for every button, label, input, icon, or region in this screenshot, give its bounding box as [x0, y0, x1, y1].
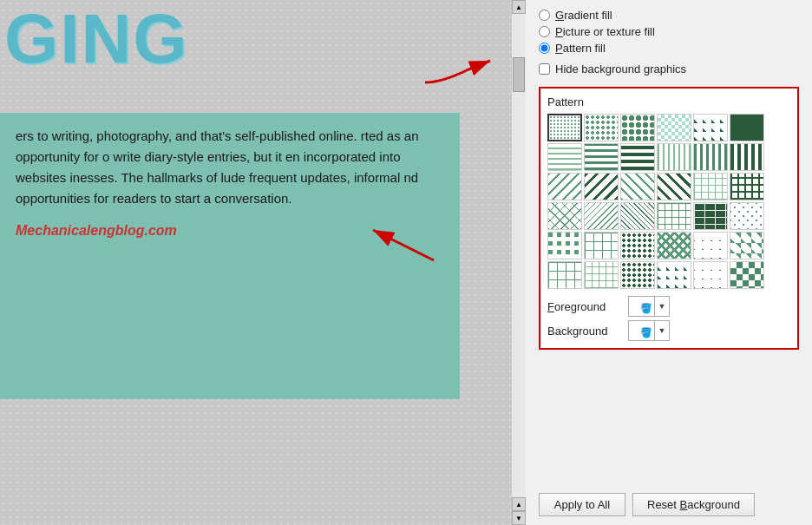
pattern-cell[interactable] [584, 232, 619, 259]
pattern-cell[interactable] [584, 261, 619, 289]
fill-type-radio-group: Gradient fill Picture or texture fill Pa… [539, 9, 799, 55]
picture-texture-label: Picture or texture fill [555, 25, 655, 38]
slide-title: GING [0, 0, 188, 74]
pattern-cell[interactable] [547, 261, 582, 289]
background-color-button[interactable]: 🪣 ▼ [628, 320, 670, 341]
scroll-thumb[interactable] [513, 57, 525, 92]
pattern-cell[interactable] [547, 202, 582, 230]
gradient-fill-option[interactable]: Gradient fill [539, 9, 799, 22]
pattern-fill-radio[interactable] [539, 43, 550, 54]
scroll-up-button[interactable]: ▲ [512, 0, 526, 14]
pattern-cell[interactable] [584, 202, 619, 230]
pattern-cell[interactable] [620, 261, 655, 289]
pattern-fill-option[interactable]: Pattern fill [539, 42, 799, 55]
slide-content-box: ers to writing, photography, and that's … [0, 113, 460, 399]
pattern-cell[interactable] [693, 173, 728, 200]
pattern-cell[interactable] [730, 114, 764, 141]
foreground-paint-icon: 🪣 [640, 303, 652, 314]
pattern-cell[interactable] [657, 232, 691, 259]
pattern-cell[interactable] [657, 202, 691, 230]
foreground-dropdown-arrow[interactable]: ▼ [655, 297, 669, 316]
background-paint-icon: 🪣 [640, 327, 652, 338]
pattern-cell[interactable] [620, 143, 655, 171]
pattern-cell[interactable] [620, 232, 655, 259]
pattern-cell[interactable] [693, 202, 728, 230]
foreground-color-swatch: 🪣 [629, 297, 655, 316]
scroll-down-button[interactable]: ▼ [512, 511, 526, 525]
pattern-section-title: Pattern [547, 95, 790, 108]
button-row: Apply to All Reset Background [539, 484, 799, 516]
scroll-track [512, 14, 526, 497]
foreground-color-button[interactable]: 🪣 ▼ [628, 296, 670, 317]
gradient-fill-label: Gradient fill [555, 9, 612, 22]
hide-bg-label: Hide background graphics [555, 62, 686, 75]
foreground-row: Foreground 🪣 ▼ [547, 296, 790, 317]
picture-texture-option[interactable]: Picture or texture fill [539, 25, 799, 38]
pattern-cell[interactable] [730, 173, 764, 200]
reset-background-button[interactable]: Reset Background [632, 493, 755, 516]
pattern-fill-label: Pattern fill [555, 42, 606, 55]
pattern-cell[interactable] [620, 114, 655, 141]
pattern-cell[interactable] [547, 173, 582, 200]
pattern-cell[interactable] [584, 114, 619, 141]
pattern-cell[interactable] [730, 261, 764, 289]
pattern-section: Pattern [539, 87, 799, 350]
format-background-panel: Gradient fill Picture or texture fill Pa… [526, 0, 812, 525]
slide-body-text: ers to writing, photography, and that's … [16, 126, 444, 209]
pattern-cell[interactable] [657, 143, 691, 171]
background-color-swatch: 🪣 [629, 321, 655, 340]
hide-bg-checkbox-item[interactable]: Hide background graphics [539, 62, 799, 75]
gradient-fill-radio[interactable] [539, 10, 550, 21]
pattern-cell[interactable] [620, 202, 655, 230]
pattern-cell[interactable] [693, 232, 728, 259]
pattern-cell[interactable] [584, 173, 619, 200]
pattern-cell[interactable] [584, 143, 619, 171]
pattern-cell[interactable] [693, 114, 728, 141]
slide-watermark: Mechanicalengblog.com [16, 220, 444, 242]
pattern-cell[interactable] [547, 143, 582, 171]
pattern-cell[interactable] [730, 143, 764, 171]
pattern-cell[interactable] [730, 202, 764, 230]
pattern-grid [547, 114, 790, 289]
pattern-cell[interactable] [657, 261, 691, 289]
slide-preview: GING ers to writing, photography, and th… [0, 0, 512, 525]
background-label: Background [547, 325, 621, 338]
pattern-cell[interactable] [730, 232, 764, 259]
pattern-cell[interactable] [693, 143, 728, 171]
background-dropdown-arrow[interactable]: ▼ [655, 321, 669, 340]
pattern-cell[interactable] [547, 232, 582, 259]
pattern-cell[interactable] [620, 173, 655, 200]
pattern-cell[interactable] [547, 114, 582, 141]
hide-bg-checkbox[interactable] [539, 63, 550, 75]
vertical-scrollbar[interactable]: ▲ ▲ ▼ [512, 0, 526, 525]
scroll-down-mid-button[interactable]: ▲ [512, 497, 526, 511]
apply-to-all-button[interactable]: Apply to All [539, 493, 625, 516]
foreground-label: Foreground [547, 300, 621, 313]
background-row: Background 🪣 ▼ [547, 320, 790, 341]
picture-texture-radio[interactable] [539, 26, 550, 37]
pattern-cell[interactable] [657, 114, 691, 141]
pattern-cell[interactable] [657, 173, 691, 200]
pattern-cell[interactable] [693, 261, 728, 289]
